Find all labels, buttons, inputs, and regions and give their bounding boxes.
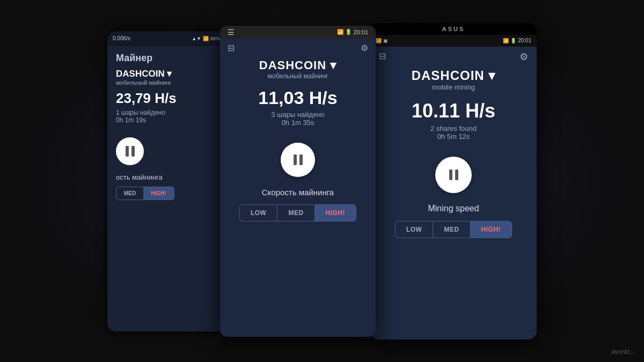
left-uptime: 0h 1m 19s [116,116,217,124]
center-speed-label: Скорость майнинга [229,188,367,197]
status-bar-right: 📶 ▣ 📶 🔋 20:01 [370,35,537,47]
right-hash-rate: 10.11 H/s [379,100,528,122]
asus-header: ASUS [370,23,537,35]
speed-high-center[interactable]: HIGH! [315,205,356,221]
pause-icon-center [292,154,304,166]
status-icons-right-right: 📶 🔋 20:01 [503,38,531,43]
menu-icon-center[interactable]: ☰ [228,28,235,36]
pause-bar-1 [126,146,129,157]
gear-icon-center[interactable]: ⚙ [361,43,368,53]
right-uptime: 0h 5m 12s [379,132,528,141]
asus-label: ASUS [442,26,465,32]
speed-selector-center: LOW MED HIGH! [239,204,356,221]
app-header-right: ⊟ ⚙ [370,47,537,63]
status-icons-right-left: 📶 ▣ [376,38,388,43]
sim-icon-right: ▣ [383,38,388,43]
pause-bar-2 [131,146,135,157]
signal-icon: ▲▼ [192,36,201,41]
watermark: iworkt... [611,348,635,356]
speed-low-right[interactable]: LOW [396,221,433,238]
app-content-center: DASHCOIN ▾ мобильный майнинг 11,03 H/s 3… [220,53,376,228]
pause-icon-right [448,169,459,181]
speed-med-center[interactable]: MED [277,205,314,221]
speed-high-right[interactable]: HIGH! [471,221,512,238]
gear-icon-right[interactable]: ⚙ [519,51,528,63]
pause-bar-r1 [449,169,452,180]
watermark-text: iworkt... [611,348,635,356]
pause-icon-left [124,145,136,157]
left-hash-rate: 23,79 H/s [116,90,217,107]
status-bar-left: 0.006/s ▲▼ 📶 66% [107,31,225,46]
pause-bar-c1 [294,154,297,165]
left-coin-subtitle: мобильный майнинг [116,79,217,86]
center-hash-rate: 11,03 H/s [229,87,367,108]
speed-high-left[interactable]: HIGH! [143,187,173,200]
wifi-icon-center: 📶 [337,29,343,35]
status-icons-center-left: ☰ [228,28,235,36]
right-speed-label: Mining speed [379,204,528,213]
app-content-right: DASHCOIN ▾ mobile mining 10.11 H/s 2 sha… [370,63,537,245]
speed-low-center[interactable]: LOW [240,205,277,221]
status-icons-center-right: 📶 🔋 20:01 [337,29,368,35]
time-center: 20:01 [353,29,368,35]
speed-selector-right: LOW MED HIGH! [395,221,512,238]
wifi-icon-right: 📶 [503,38,509,43]
battery-icon: 66% [210,36,220,41]
center-uptime: 0h 1m 35s [229,119,367,127]
left-speed-label: ость майнинга [116,173,217,181]
battery-icon-center: 🔋 [345,29,352,35]
pause-button-center[interactable] [281,143,315,177]
time-right: 20:01 [518,38,531,43]
right-coin-subtitle: mobile mining [379,83,528,91]
pause-bar-r2 [455,169,458,180]
excl-icon-left: ! [164,190,166,196]
signal-icon-right: 📶 [376,38,382,43]
left-title: Майнер [116,53,217,64]
excl-icon-right: ! [499,226,501,233]
speed-med-right[interactable]: MED [433,221,470,238]
status-icons-left: ▲▼ 📶 66% [192,36,220,41]
pause-button-right[interactable] [435,157,472,193]
center-coin-subtitle: мобильный майнинг [229,72,367,80]
status-bar-center: ☰ 📶 🔋 20:01 [220,26,376,39]
right-coin-name: DASHCOIN ▾ [379,68,528,83]
center-shares: 3 шары найдено [229,110,367,119]
pause-button-left[interactable] [116,137,144,165]
app-header-center: ⊟ ⚙ [220,39,376,53]
phone-right: ASUS 📶 ▣ 📶 🔋 20:01 ⊟ ⚙ D [370,23,537,339]
pause-bar-c2 [299,154,303,165]
left-shares: 1 шары найдено [116,109,217,116]
scene: 0.006/s ▲▼ 📶 66% Майнер DASHCOIN ▾ мобил… [0,0,644,362]
phones-container: 0.006/s ▲▼ 📶 66% Майнер DASHCOIN ▾ мобил… [107,23,537,339]
right-shares: 2 shares found [379,124,528,132]
battery-icon-right: 🔋 [510,38,516,43]
phone-center: ☰ 📶 🔋 20:01 ⊟ ⚙ DASHCOIN ▾ мобильный май… [220,26,376,337]
app-content-left: Майнер DASHCOIN ▾ мобильный майнинг 23,7… [107,46,225,331]
excl-icon-center: ! [343,209,346,217]
speed-med-left[interactable]: MED [116,187,143,200]
center-coin-name: DASHCOIN ▾ [229,58,367,72]
status-left-info: 0.006/s [113,35,130,41]
left-coin-name: DASHCOIN ▾ [116,68,217,79]
wifi-icon: 📶 [203,36,209,41]
phone-left: 0.006/s ▲▼ 📶 66% Майнер DASHCOIN ▾ мобил… [107,31,225,331]
back-icon-right[interactable]: ⊟ [379,51,386,63]
speed-selector-left: MED HIGH! [116,187,174,200]
back-icon-center[interactable]: ⊟ [228,43,235,53]
